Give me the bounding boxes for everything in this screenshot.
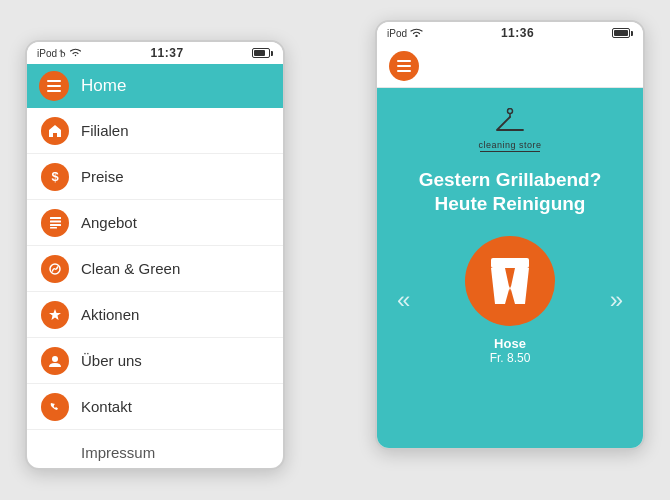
hamburger-button-right[interactable] xyxy=(389,51,419,81)
menu-item-kontakt[interactable]: Kontakt xyxy=(27,384,283,430)
phone-left: iPod ᵬ︎ 11:37 xyxy=(25,40,285,470)
filialen-label: Filialen xyxy=(81,122,129,139)
aktionen-icon xyxy=(41,301,69,329)
pants-icon xyxy=(487,256,533,306)
right-top-nav xyxy=(377,44,643,88)
menu-item-impressum[interactable]: Impressum xyxy=(27,430,283,470)
aktionen-label: Aktionen xyxy=(81,306,139,323)
time-left: 11:37 xyxy=(150,46,183,60)
svg-rect-1 xyxy=(50,221,61,223)
battery-left xyxy=(252,48,273,58)
hanger-svg-icon xyxy=(493,108,527,138)
item-circle xyxy=(465,236,555,326)
menu-item-aktionen[interactable]: Aktionen xyxy=(27,292,283,338)
svg-point-7 xyxy=(415,35,417,37)
wifi-icon-left: ᵬ︎ xyxy=(60,47,66,60)
clean-label: Clean & Green xyxy=(81,260,180,277)
carousel: « Hose Fr. 8.50 » xyxy=(393,236,627,365)
left-status-bar: iPod ᵬ︎ 11:37 xyxy=(27,42,283,64)
svg-point-6 xyxy=(52,356,58,362)
ueber-icon xyxy=(41,347,69,375)
phone-right: iPod 11:36 xyxy=(375,20,645,450)
menu-item-preise[interactable]: $ Preise xyxy=(27,154,283,200)
item-name: Hose xyxy=(494,336,526,351)
filialen-icon xyxy=(41,117,69,145)
device-label-left: iPod xyxy=(37,48,57,59)
menu-item-clean[interactable]: Clean & Green xyxy=(27,246,283,292)
svg-marker-11 xyxy=(491,268,529,304)
preise-icon: $ xyxy=(41,163,69,191)
menu-item-filialen[interactable]: Filialen xyxy=(27,108,283,154)
wifi-icon xyxy=(69,47,82,59)
prev-arrow[interactable]: « xyxy=(393,286,414,314)
angebot-label: Angebot xyxy=(81,214,137,231)
svg-rect-2 xyxy=(50,224,61,226)
next-arrow[interactable]: » xyxy=(606,286,627,314)
kontakt-label: Kontakt xyxy=(81,398,132,415)
impressum-label: Impressum xyxy=(81,444,155,461)
ueber-label: Über uns xyxy=(81,352,142,369)
scene: iPod ᵬ︎ 11:37 xyxy=(25,20,645,480)
content-area: cleaning store Gestern Grillabend? Heute… xyxy=(377,88,643,450)
item-price: Fr. 8.50 xyxy=(490,351,531,365)
left-signal-icons: iPod ᵬ︎ xyxy=(37,47,82,60)
kontakt-icon xyxy=(41,393,69,421)
clean-icon xyxy=(41,255,69,283)
svg-rect-3 xyxy=(50,227,57,229)
angebot-icon xyxy=(41,209,69,237)
menu-list: Filialen $ Preise Angebot xyxy=(27,108,283,470)
hamburger-button[interactable] xyxy=(39,71,69,101)
promo-headline: Gestern Grillabend? Heute Reinigung xyxy=(393,168,627,216)
time-right: 11:36 xyxy=(501,26,534,40)
wifi-icon-right xyxy=(410,27,423,39)
preise-label: Preise xyxy=(81,168,124,185)
battery-right xyxy=(612,28,633,38)
hamburger-icon xyxy=(47,80,61,92)
carousel-item: Hose Fr. 8.50 xyxy=(465,236,555,365)
store-name: cleaning store xyxy=(478,140,541,150)
svg-rect-10 xyxy=(491,258,529,268)
right-status-bar: iPod 11:36 xyxy=(377,22,643,44)
menu-item-ueber[interactable]: Über uns xyxy=(27,338,283,384)
right-signal-icons: iPod xyxy=(387,27,423,39)
store-logo: cleaning store xyxy=(478,108,541,152)
store-underline xyxy=(480,151,540,152)
device-label-right: iPod xyxy=(387,28,407,39)
left-top-nav: Home xyxy=(27,64,283,108)
svg-rect-0 xyxy=(50,217,61,219)
nav-title-left: Home xyxy=(81,76,126,96)
svg-marker-5 xyxy=(49,309,61,320)
hamburger-icon-right xyxy=(397,60,411,72)
menu-item-angebot[interactable]: Angebot xyxy=(27,200,283,246)
